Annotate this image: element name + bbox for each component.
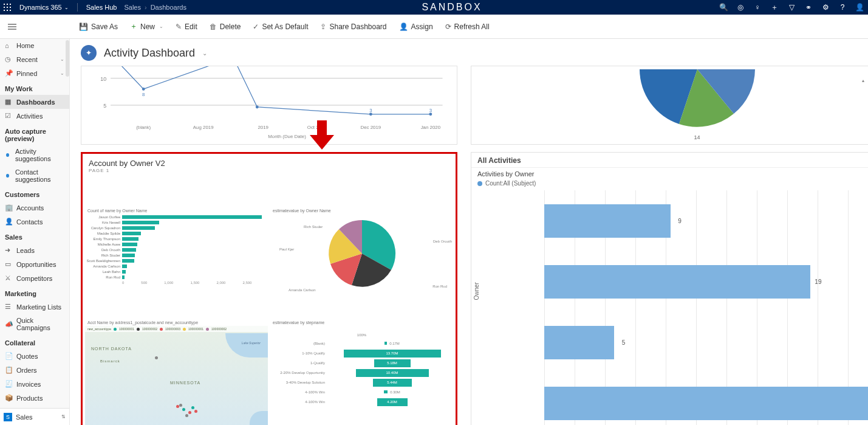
funnel-bar [384,390,388,393]
new-button[interactable]: ＋New⌄ [124,15,169,39]
nav-pinned-label: Pinned [16,70,37,77]
tile-line-chart[interactable]: 10 5 8 3 3 (blank) Aug 2019 2019 Oct 201… [81,66,457,145]
relationship-icon[interactable]: ⚭ [800,0,817,15]
sidebar-scrollbar[interactable] [66,40,69,77]
svg-rect-7 [7,10,8,11]
filter-icon[interactable]: ▽ [783,0,800,15]
nav-accounts[interactable]: 🏢Accounts [0,201,69,215]
nav-quotes[interactable]: 📄Quotes [0,349,69,363]
nav-activity-suggestions[interactable]: Activity suggestions [0,145,69,165]
nav-quick-campaigns[interactable]: 📣Quick Campaigns [0,314,69,334]
nav-contacts[interactable]: 👤Contacts [0,215,69,229]
nav-marketing-lists[interactable]: ☰Marketing Lists [0,300,69,314]
set-default-button[interactable]: ✓Set As Default [247,15,314,39]
hbar-bar [122,270,126,274]
nav-contact-suggestions[interactable]: Contact suggestions [0,165,69,186]
scroll-up-icon[interactable]: ▴ [859,78,867,83]
list-icon: ☰ [5,303,12,311]
funnel-bar: 13.70M [344,350,441,358]
nav-qcamp-label: Quick Campaigns [16,317,64,331]
share-button[interactable]: ⇪Share Dashboard [314,15,392,39]
nav-pinned[interactable]: 📌Pinned⌄ [0,66,69,80]
nav-invoices[interactable]: 🧾Invoices [0,377,69,391]
product-brand[interactable]: Dynamics 365 ⌄ [15,4,73,11]
add-icon[interactable]: ＋ [766,0,783,15]
chevron-down-icon: ⌄ [159,24,163,29]
bing-map[interactable]: new_accounttype 100000001 100000002 1000… [85,326,268,425]
tile-all-activities[interactable]: All Activities ⛶ ⋯ Activities by Owner C… [471,152,868,425]
tile-powerbi-report[interactable]: Account by Owner V2 PAGE 1 Count of name… [81,152,457,425]
nav-recent[interactable]: ◷Recent⌄ [0,52,69,66]
hub-name[interactable]: Sales Hub [81,4,122,11]
app-launcher-icon[interactable] [0,0,15,15]
help-icon[interactable]: ? [834,0,851,15]
hbar-label: Scott Boeldighennen [85,259,120,263]
tile-pie-chart[interactable]: 14 [471,66,868,145]
nav-competitors[interactable]: ⚔Competitors [0,271,69,285]
hamburger-icon[interactable] [6,15,18,39]
nav-home[interactable]: ⌂Home [0,39,69,52]
activity-value-label: 5 [622,339,626,346]
user-avatar-icon[interactable]: 👤 [851,0,868,15]
pbi-pie-chart[interactable]: estimatevalue by Owner Name [270,207,453,317]
nav-leads-label: Leads [16,247,35,254]
svg-rect-3 [4,7,5,8]
edit-button[interactable]: ✎Edit [169,15,203,39]
nav-dashboards[interactable]: ▦Dashboards [0,95,69,109]
breadcrumb-sales[interactable]: Sales [121,4,143,11]
nav-activities[interactable]: ☑Activities [0,109,69,123]
assistant-icon[interactable]: ♀ [749,0,766,15]
breadcrumb-dashboards[interactable]: Dashboards [148,4,189,11]
save-as-button[interactable]: 💾Save As [73,15,124,39]
edit-label: Edit [185,22,197,31]
area-switcher[interactable]: S Sales ⇅ [0,408,69,425]
delete-button[interactable]: 🗑Delete [203,15,247,39]
ytick-10: 10 [100,76,106,82]
nav-products[interactable]: 📦Products [0,391,69,405]
main-scrollbar[interactable]: ▴ [859,78,867,425]
site-map-sidebar: ⌂Home ◷Recent⌄ 📌Pinned⌄ My Work ▦Dashboa… [0,39,70,425]
refresh-button[interactable]: ⟳Refresh All [439,15,496,39]
bullet-icon [6,174,9,178]
nav-contacts-label: Contacts [16,218,43,226]
group-collateral: Collateral [0,334,69,349]
hbar-label: Ron Rud [85,275,120,279]
search-icon[interactable]: 🔍 [715,0,732,15]
pbi-map-title: Acct Name by address1_postalcode and new… [85,319,268,326]
activities-chart-title: Activities by Owner [471,168,868,179]
hbar-label: Amanda Carlson [85,264,120,268]
group-mywork: My Work [0,80,69,95]
funnel-bar: 5.44M [373,379,412,387]
pbi-funnel-chart[interactable]: estimatevalue by stepname 100% (Blank)0.… [270,319,453,425]
hbar-row: Amanda Carlson [85,263,268,269]
pbi-map-chart[interactable]: Acct Name by address1_postalcode and new… [85,319,268,425]
breadcrumb-separator: › [143,4,148,11]
point-label: 8 [142,92,145,97]
nav-comp-label: Competitors [16,275,52,282]
pbi-hbar-chart[interactable]: Count of name by Owner Name Jason Durfee… [85,207,268,317]
activity-bar-row: Susan Pautzke19 [544,251,868,312]
legend-item: 100000002 [142,327,157,331]
settings-icon[interactable]: ⚙ [817,0,834,15]
xtick: 2,000 [216,281,225,285]
hbar-bar [122,226,155,230]
nav-opportunities[interactable]: ▭Opportunities [0,257,69,271]
xtick: 2019 [258,125,268,130]
task-icon[interactable]: ◎ [732,0,749,15]
nav-leads[interactable]: ➜Leads [0,243,69,257]
svg-point-16 [369,112,372,116]
svg-point-15 [256,105,259,108]
assign-button[interactable]: 👤Assign [393,15,439,39]
xtick: 1,500 [190,281,199,285]
hbar-label: Michelle Auee [85,243,120,246]
activity-icon: ☑ [5,112,12,120]
legend-label: Count:All (Subject) [485,180,536,187]
area-letter: S [4,413,12,421]
funnel-label: (Blank) [270,342,331,345]
dashboard-selector-chevron[interactable]: ⌄ [202,50,207,57]
city-label: Bismarck [100,359,120,363]
svg-rect-2 [10,4,11,5]
nav-activities-label: Activities [16,112,43,120]
nav-orders[interactable]: 📋Orders [0,363,69,377]
nav-invoices-label: Invoices [16,381,41,388]
